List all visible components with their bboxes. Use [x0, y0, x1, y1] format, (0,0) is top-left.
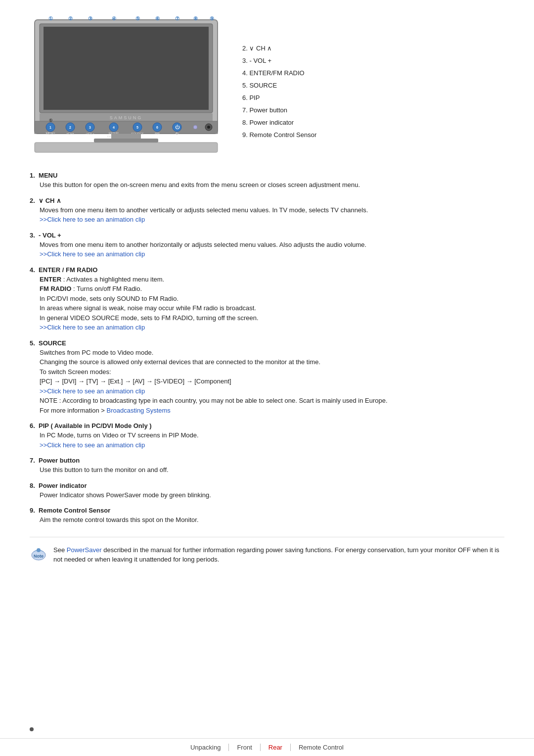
item-2-title: 2. ∨ CH ∧ [30, 197, 504, 204]
powersaver-link[interactable]: PowerSaver [67, 546, 102, 554]
item-9-title: 9. Remote Control Sensor [30, 507, 504, 514]
item-3-title: 3. - VOL + [30, 232, 504, 239]
svg-text:5: 5 [136, 126, 138, 129]
note-text: See PowerSaver described in the manual f… [53, 545, 504, 565]
svg-text:③: ③ [88, 16, 92, 21]
svg-text:3: 3 [89, 126, 91, 129]
svg-text:1: 1 [49, 126, 51, 129]
item-3-link[interactable]: >>Click here to see an animation clip [40, 250, 145, 258]
note-icon: Note [30, 545, 47, 563]
item-6-body: In PC Mode, turns on Video or TV screens… [40, 430, 504, 450]
item-3: 3. - VOL + Moves from one menu item to a… [30, 232, 504, 259]
item-2: 2. ∨ CH ∧ Moves from one menu item to an… [30, 197, 504, 225]
item-8: 8. Power indicator Power Indicator shows… [30, 482, 504, 500]
svg-text:②: ② [68, 16, 73, 21]
svg-text:MENU: MENU [45, 132, 55, 135]
footer-unpacking[interactable]: Unpacking [182, 744, 228, 751]
label-item-4: 4. ENTER/FM RADIO [242, 69, 504, 77]
svg-text:SAMSUNG: SAMSUNG [110, 115, 143, 120]
svg-text:-VOL+: -VOL+ [86, 132, 94, 135]
item-4-body: ENTER : Activates a highlighted menu ite… [40, 275, 504, 332]
svg-text:2: 2 [69, 126, 71, 129]
svg-text:⑨: ⑨ [210, 16, 214, 21]
footer-remote-control[interactable]: Remote Control [290, 744, 352, 751]
svg-rect-43 [35, 142, 218, 152]
svg-rect-42 [94, 139, 158, 142]
footer-nav: Unpacking Front Rear Remote Control [0, 738, 534, 756]
svg-text:①: ① [48, 16, 53, 21]
svg-text:⏻: ⏻ [175, 125, 180, 130]
broadcasting-systems-link[interactable]: Broadcasting Systems [106, 407, 170, 414]
content-area: 1. MENU Use this button for open the on-… [30, 172, 504, 525]
svg-text:⏻: ⏻ [176, 132, 178, 135]
monitor-image: SAMSUNG 1 ① MENU 2 ∨CH∧ 3 -VOL+ 4 ENTER/… [30, 15, 222, 160]
note-section: Note See PowerSaver described in the man… [30, 537, 504, 565]
label-item-7: 7. Power button [242, 106, 504, 114]
right-labels: 2. ∨ CH ∧ 3. - VOL + 4. ENTER/FM RADIO 5… [242, 15, 504, 139]
label-item-3: 3. - VOL + [242, 57, 504, 64]
item-4: 4. ENTER / FM RADIO ENTER : Activates a … [30, 266, 504, 332]
svg-text:PIP: PIP [155, 132, 160, 135]
svg-text:Note: Note [34, 554, 44, 559]
item-2-body: Moves from one menu item to another vert… [40, 205, 504, 225]
svg-text:④: ④ [112, 16, 116, 21]
item-5-body: Switches from PC mode to Video mode. Cha… [40, 348, 504, 416]
svg-text:∨CH∧: ∨CH∧ [66, 132, 75, 135]
label-item-9: 9. Remote Control Sensor [242, 131, 504, 139]
item-1-title: 1. MENU [30, 172, 504, 179]
svg-point-29 [193, 125, 197, 129]
item-6-title: 6. PIP ( Available in PC/DVI Mode Only ) [30, 422, 504, 429]
item-5: 5. SOURCE Switches from PC mode to Video… [30, 339, 504, 416]
item-1: 1. MENU Use this button for open the on-… [30, 172, 504, 190]
label-item-8: 8. Power indicator [242, 119, 504, 126]
svg-rect-2 [44, 27, 209, 110]
item-7-body: Use this button to turn the monitor on a… [40, 465, 504, 475]
item-1-body: Use this button for open the on-screen m… [40, 180, 504, 190]
item-9-body: Aim the remote control towards this spot… [40, 515, 504, 525]
item-4-title: 4. ENTER / FM RADIO [30, 266, 504, 274]
svg-text:⑤: ⑤ [135, 16, 140, 21]
label-item-2: 2. ∨ CH ∧ [242, 45, 504, 52]
item-3-body: Moves from one menu item to another hori… [40, 240, 504, 259]
label-item-6: 6. PIP [242, 94, 504, 101]
item-5-link[interactable]: >>Click here to see an animation clip [40, 387, 145, 395]
item-8-body: Power Indicator shows PowerSaver mode by… [40, 490, 504, 500]
item-2-link[interactable]: >>Click here to see an animation clip [40, 216, 145, 223]
item-9: 9. Remote Control Sensor Aim the remote … [30, 507, 504, 525]
item-5-title: 5. SOURCE [30, 339, 504, 347]
svg-text:⑦: ⑦ [175, 16, 179, 21]
item-7: 7. Power button Use this button to turn … [30, 457, 504, 475]
label-item-5: 5. SOURCE [242, 82, 504, 89]
svg-text:①: ① [49, 118, 52, 123]
footer-rear[interactable]: Rear [260, 744, 290, 751]
svg-point-46 [37, 548, 41, 552]
svg-point-31 [207, 126, 210, 129]
top-section: SAMSUNG 1 ① MENU 2 ∨CH∧ 3 -VOL+ 4 ENTER/… [30, 15, 504, 160]
item-7-title: 7. Power button [30, 457, 504, 464]
svg-text:⑧: ⑧ [193, 16, 198, 21]
svg-text:4: 4 [113, 126, 115, 129]
item-8-title: 8. Power indicator [30, 482, 504, 489]
svg-rect-41 [111, 134, 141, 139]
svg-rect-5 [35, 121, 218, 134]
footer-front[interactable]: Front [228, 744, 260, 751]
svg-text:⑥: ⑥ [155, 16, 160, 21]
item-4-link[interactable]: >>Click here to see an animation clip [40, 324, 145, 331]
svg-text:6: 6 [156, 126, 158, 129]
item-6-link[interactable]: >>Click here to see an animation clip [40, 441, 145, 449]
item-6: 6. PIP ( Available in PC/DVI Mode Only )… [30, 422, 504, 450]
bottom-dot [30, 727, 34, 731]
